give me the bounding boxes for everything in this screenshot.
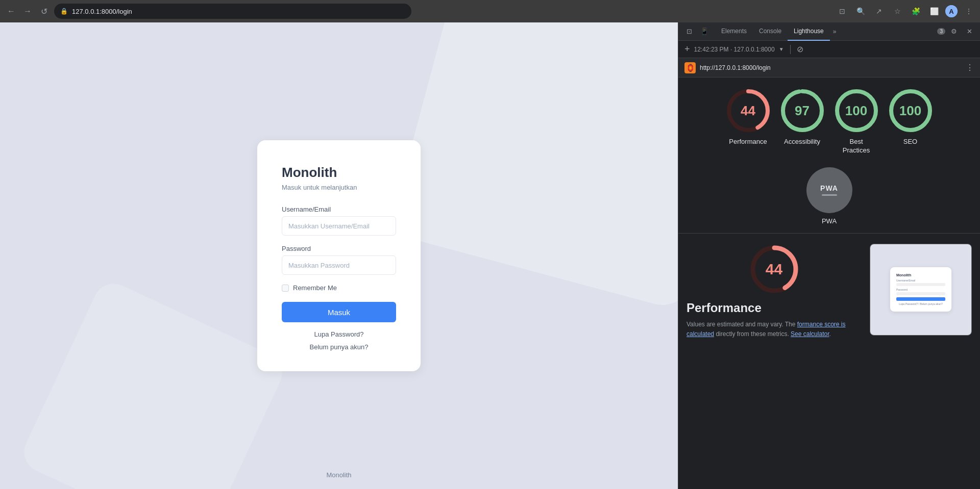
login-button[interactable]: Masuk: [282, 302, 396, 322]
lighthouse-url-text: http://127.0.0.1:8000/login: [700, 64, 962, 71]
address-bar[interactable]: 🔒 127.0.0.1:8000/login: [54, 4, 411, 19]
mini-password-label: Password: [896, 288, 945, 291]
accessibility-score: 97: [795, 103, 810, 119]
best-practices-label: BestPractices: [843, 138, 870, 155]
add-button[interactable]: +: [684, 44, 690, 55]
lock-icon: 🔒: [60, 8, 68, 15]
devtools-inspect-button[interactable]: ⊡: [682, 25, 696, 38]
mini-username-input: [896, 283, 945, 286]
devtools-tabbar: ⊡ 📱 Elements Console Lighthouse » 3 ⚙ ✕: [678, 22, 980, 41]
performance-label: Performance: [729, 138, 767, 146]
pwa-label: PWA: [822, 217, 837, 225]
score-best-practices[interactable]: 100 BestPractices: [834, 88, 879, 155]
screenshot-inner: Monolith Username/Email Password Lupa Pa…: [870, 244, 971, 335]
login-card: Monolith Masuk untuk melanjutkan Usernam…: [257, 140, 421, 371]
profile-icon[interactable]: A: [945, 5, 958, 17]
reload-button[interactable]: ↺: [37, 4, 51, 18]
password-form-group: Password: [282, 245, 396, 275]
mini-username-label: Username/Email: [896, 279, 945, 282]
performance-score: 44: [741, 103, 755, 119]
toolbar-divider: [790, 45, 791, 54]
svg-text:A: A: [949, 8, 954, 15]
score-accessibility[interactable]: 97 Accessibility: [779, 88, 825, 155]
performance-circle: 44: [725, 88, 771, 134]
pwa-item[interactable]: PWA PWA: [806, 167, 852, 225]
page-screenshot-thumbnail: Monolith Username/Email Password Lupa Pa…: [870, 244, 972, 336]
password-input[interactable]: [282, 255, 396, 275]
create-account-link[interactable]: Belum punya akun?: [282, 343, 396, 351]
remember-me-group: Remember Me: [282, 284, 396, 292]
lighthouse-more-button[interactable]: ⋮: [966, 63, 974, 72]
perf-detail-description: Values are estimated and may vary. The f…: [687, 321, 845, 338]
username-input[interactable]: [282, 216, 396, 236]
svg-text:🏮: 🏮: [686, 64, 695, 72]
best-practices-score: 100: [845, 103, 867, 119]
toolbar-timestamp: 12:42:23 PM · 127.0.0.1:8000: [694, 46, 775, 53]
perf-detail-circle: 44: [749, 244, 800, 295]
bg-shape-1: [388, 22, 678, 312]
mini-title: Monolith: [896, 273, 945, 277]
mini-links: Lupa Password? / Belum punya akun?: [896, 302, 945, 305]
address-text: 127.0.0.1:8000/login: [72, 8, 132, 15]
perf-detail-title: Performance: [687, 301, 862, 315]
page-footer: Monolith: [326, 471, 351, 479]
tab-more[interactable]: »: [830, 28, 840, 35]
devtools-toolbar: + 12:42:23 PM · 127.0.0.1:8000 ▼ ⊘: [678, 41, 980, 58]
seo-score: 100: [899, 103, 921, 119]
username-form-group: Username/Email: [282, 205, 396, 236]
pwa-circle: PWA: [806, 167, 852, 213]
screenshot-mini-card: Monolith Username/Email Password Lupa Pa…: [890, 267, 951, 312]
lighthouse-logo-icon: 🏮: [684, 62, 696, 73]
devtools-panel: ⊡ 📱 Elements Console Lighthouse » 3 ⚙ ✕ …: [678, 22, 980, 489]
scores-row: 44 Performance 97 Accessibility: [687, 88, 972, 155]
screenshot-button[interactable]: ⊡: [835, 4, 849, 18]
seo-label: SEO: [903, 138, 917, 146]
remember-label: Remember Me: [293, 284, 337, 292]
tab-toggle-button[interactable]: ⬜: [927, 4, 941, 18]
devtools-close-button[interactable]: ✕: [963, 25, 976, 38]
page-area: Monolith Masuk untuk melanjutkan Usernam…: [0, 22, 678, 489]
bg-shape-2: [17, 277, 289, 489]
mini-submit-button: [896, 297, 945, 301]
devtools-device-button[interactable]: 📱: [698, 25, 711, 38]
tab-console[interactable]: Console: [753, 22, 788, 41]
pwa-icon-text: PWA: [820, 184, 838, 192]
remember-checkbox[interactable]: [282, 285, 289, 292]
dropdown-arrow[interactable]: ▼: [779, 46, 784, 52]
forgot-password-link[interactable]: Lupa Password?: [282, 330, 396, 338]
performance-detail-section: 44 Performance Values are estimated and …: [678, 234, 980, 349]
mini-password-input: [896, 292, 945, 295]
best-practices-circle: 100: [834, 88, 879, 134]
stop-button[interactable]: ⊘: [797, 44, 803, 54]
notifications-badge: 3: [937, 28, 945, 35]
bookmark-button[interactable]: ☆: [890, 4, 904, 18]
pwa-dash: [822, 194, 837, 196]
share-button[interactable]: ↗: [872, 4, 886, 18]
tab-elements[interactable]: Elements: [715, 22, 753, 41]
username-label: Username/Email: [282, 205, 396, 213]
see-calculator-link[interactable]: See calculator: [791, 330, 829, 338]
forward-button[interactable]: →: [20, 4, 35, 18]
lighthouse-url-bar: 🏮 http://127.0.0.1:8000/login ⋮: [678, 58, 980, 78]
login-subtitle: Masuk untuk melanjutkan: [282, 184, 396, 191]
accessibility-label: Accessibility: [784, 138, 820, 146]
devtools-settings-button[interactable]: ⚙: [947, 25, 961, 38]
extensions-button[interactable]: 🧩: [909, 4, 923, 18]
tab-lighthouse[interactable]: Lighthouse: [788, 22, 830, 41]
pwa-row: PWA PWA: [687, 167, 972, 225]
menu-button[interactable]: ⋮: [962, 4, 976, 18]
perf-detail-score: 44: [766, 261, 782, 278]
login-title: Monolith: [282, 165, 396, 181]
browser-top-bar: ← → ↺ 🔒 127.0.0.1:8000/login ⊡ 🔍 ↗ ☆ 🧩 ⬜…: [0, 0, 980, 22]
accessibility-circle: 97: [779, 88, 825, 134]
lighthouse-scores-area: 44 Performance 97 Accessibility: [678, 78, 980, 233]
perf-score-section: 44 Performance Values are estimated and …: [687, 244, 862, 339]
zoom-button[interactable]: 🔍: [853, 4, 868, 18]
back-button[interactable]: ←: [4, 4, 18, 18]
score-performance[interactable]: 44 Performance: [725, 88, 771, 155]
score-seo[interactable]: 100 SEO: [888, 88, 934, 155]
password-label: Password: [282, 245, 396, 252]
seo-circle: 100: [888, 88, 934, 134]
